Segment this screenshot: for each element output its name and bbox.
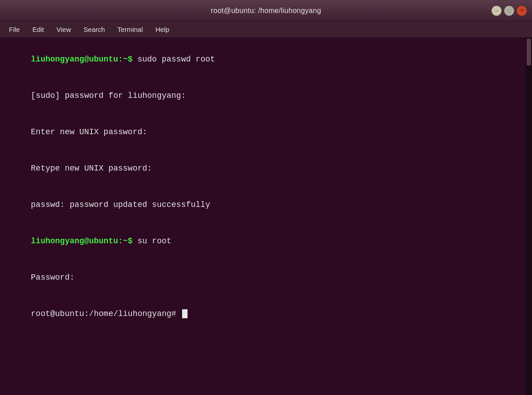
scrollbar[interactable] xyxy=(526,38,532,395)
menu-view[interactable]: View xyxy=(51,24,76,35)
root-prompt: root@ubuntu:/home/liuhongyang# xyxy=(31,309,181,318)
cursor xyxy=(182,309,188,318)
terminal-line-7: Password: xyxy=(2,259,530,296)
cmd-1: sudo passwd root xyxy=(133,55,215,64)
menubar: File Edit View Search Terminal Help xyxy=(0,22,532,38)
maximize-icon: □ xyxy=(508,8,511,13)
terminal-body[interactable]: liuhongyang@ubuntu:~$ sudo passwd root [… xyxy=(0,38,532,395)
terminal-line-2: [sudo] password for liuhongyang: xyxy=(2,78,530,114)
close-icon: ✕ xyxy=(520,8,524,13)
output-5: passwd: password updated successfully xyxy=(31,200,210,209)
menu-edit[interactable]: Edit xyxy=(27,24,49,35)
terminal-line-8: root@ubuntu:/home/liuhongyang# xyxy=(2,296,530,332)
titlebar: root@ubuntu: /home/liuhongyang − □ ✕ xyxy=(0,0,532,22)
terminal-line-4: Retype new UNIX password: xyxy=(2,150,530,187)
cmd-6: su root xyxy=(133,237,171,246)
menu-terminal[interactable]: Terminal xyxy=(112,24,148,35)
output-3: Enter new UNIX password: xyxy=(31,127,147,136)
terminal-window: root@ubuntu: /home/liuhongyang − □ ✕ Fil… xyxy=(0,0,532,395)
scrollbar-thumb xyxy=(527,39,531,66)
menu-help[interactable]: Help xyxy=(150,24,175,35)
maximize-button[interactable]: □ xyxy=(504,6,514,16)
titlebar-title: root@ubuntu: /home/liuhongyang xyxy=(211,7,321,15)
output-2: [sudo] password for liuhongyang: xyxy=(31,91,186,100)
minimize-button[interactable]: − xyxy=(492,6,501,16)
output-7: Password: xyxy=(31,273,74,282)
terminal-line-5: passwd: password updated successfully xyxy=(2,187,530,223)
close-button[interactable]: ✕ xyxy=(517,6,527,16)
menu-file[interactable]: File xyxy=(4,24,25,35)
terminal-line-1: liuhongyang@ubuntu:~$ sudo passwd root xyxy=(2,41,530,78)
terminal-line-6: liuhongyang@ubuntu:~$ su root xyxy=(2,223,530,259)
window-controls: − □ ✕ xyxy=(492,6,527,16)
terminal-line-3: Enter new UNIX password: xyxy=(2,114,530,150)
menu-search[interactable]: Search xyxy=(78,24,110,35)
prompt-user-1: liuhongyang@ubuntu:~$ xyxy=(31,55,133,64)
minimize-icon: − xyxy=(495,8,498,13)
output-4: Retype new UNIX password: xyxy=(31,164,152,173)
prompt-user-6: liuhongyang@ubuntu:~$ xyxy=(31,237,133,246)
